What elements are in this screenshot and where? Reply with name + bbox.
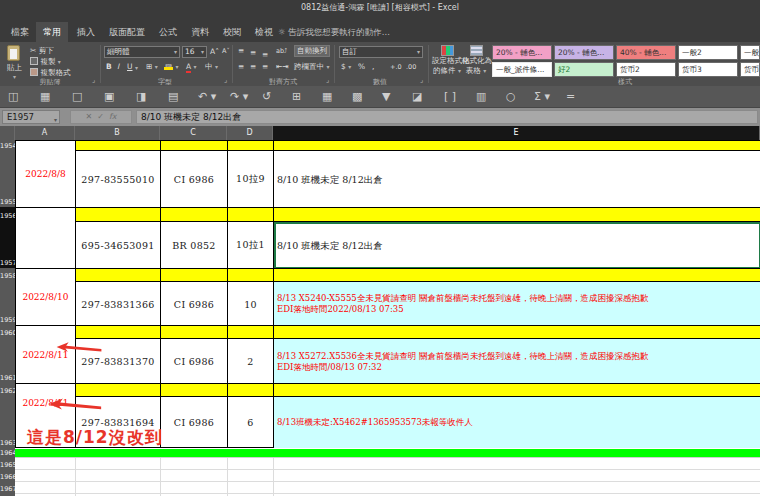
align-top-icon[interactable]: ≡ [238, 46, 244, 55]
font-dialog-launcher-icon[interactable]: ⌟ [224, 76, 227, 84]
print-preview-icon[interactable]: ◫ [8, 89, 18, 105]
selected-note-cell[interactable]: 8/10 班機未定 8/12出倉 [274, 222, 760, 269]
formula-input[interactable]: 8/10 班機未定 8/12出倉 [136, 110, 758, 124]
style-gallery-item[interactable]: 20% - 輔色... [492, 45, 552, 60]
font-color-button[interactable]: A ▾ [186, 62, 197, 71]
style-gallery-item[interactable]: 货币3 [678, 62, 738, 77]
grow-font-button[interactable]: A˄ [210, 47, 219, 56]
tab-review[interactable]: 校閱 [216, 22, 248, 42]
separator-cell[interactable] [76, 326, 161, 339]
green-highlight-row[interactable] [15, 449, 760, 458]
tab-view[interactable]: 檢視 [248, 22, 280, 42]
awb-cell[interactable]: 297-83831366 [76, 282, 161, 326]
number-format-select[interactable]: 自訂▾ [339, 46, 423, 58]
name-box[interactable]: E1957▾ [2, 110, 60, 124]
redo-icon[interactable]: ↷ ▾ [230, 89, 248, 105]
decrease-decimal-button[interactable]: .00 [406, 63, 416, 71]
filter-icon[interactable]: ▼ [382, 89, 390, 105]
separator-cell[interactable] [274, 326, 760, 339]
flight-cell[interactable]: CI 6986 [161, 151, 228, 208]
column-header-b[interactable]: B [75, 126, 160, 140]
style-gallery-item[interactable]: 一般2 [678, 45, 738, 60]
font-size-select[interactable]: 16▾ [182, 46, 207, 58]
percent-button[interactable]: % [358, 62, 365, 71]
wrap-text-toggle[interactable]: 自動換列 [294, 45, 330, 57]
equals-icon[interactable]: = [566, 89, 575, 105]
separator-cell[interactable] [76, 141, 161, 151]
brackets-icon[interactable]: [ ] [444, 89, 456, 105]
copy-page-icon[interactable]: ◪ [412, 89, 422, 105]
separator-cell[interactable] [76, 269, 161, 282]
row-header[interactable]: 1958 [0, 272, 13, 280]
note-cell[interactable]: 8/13 X5240-X5555全未見貨請查明 關倉前盤櫃尚未托盤到遠雄，待晚上… [274, 282, 760, 326]
select-all-corner[interactable] [0, 126, 15, 140]
bold-button[interactable]: B [106, 62, 112, 71]
date-cell[interactable]: 2022/8/10 [16, 269, 76, 325]
row-header[interactable]: 1959 [0, 316, 13, 324]
separator-cell[interactable] [228, 208, 274, 222]
dark-grid-icon[interactable]: ▩ [352, 89, 362, 105]
empty-row[interactable] [15, 470, 760, 482]
separator-cell[interactable] [161, 326, 228, 339]
row-header[interactable]: 1965 [0, 461, 13, 469]
qty-cell[interactable]: 10拉9 [228, 151, 274, 208]
all-borders-icon[interactable]: ▦ [322, 89, 332, 105]
separator-cell[interactable] [274, 208, 760, 222]
align-middle-icon[interactable]: ≡ [250, 48, 256, 57]
separator-cell[interactable] [161, 208, 228, 222]
undo-icon[interactable]: ↶ ▾ [198, 89, 216, 105]
shrink-font-button[interactable]: A˅ [222, 47, 230, 55]
tab-formulas[interactable]: 公式 [152, 22, 184, 42]
date-cell[interactable]: 2022/8/11 [16, 326, 76, 383]
separator-cell[interactable] [274, 269, 760, 282]
align-left-icon[interactable]: ≡ [238, 62, 244, 71]
separator-cell[interactable] [228, 326, 274, 339]
copy-button[interactable]: 複製 ▾ [30, 57, 61, 67]
style-gallery-item[interactable]: 好2 [554, 62, 614, 77]
indent-icons[interactable]: ⇤⇥ [276, 62, 289, 71]
border-grid-icon[interactable]: ⊞ [292, 89, 301, 105]
separator-cell[interactable] [274, 384, 760, 397]
flight-cell[interactable]: CI 6986 [161, 339, 228, 384]
row-header[interactable]: 1961 [0, 374, 13, 382]
separator-cell[interactable] [274, 141, 760, 151]
style-gallery-item[interactable]: 一般_ [740, 45, 760, 60]
date-cell[interactable]: 2022/8/8 [16, 141, 76, 207]
row-header[interactable]: 1957 [0, 259, 13, 267]
number-dialog-launcher-icon[interactable]: ⌟ [420, 76, 423, 84]
enter-icon[interactable]: ✓ [97, 112, 104, 121]
row-header[interactable]: 1967 [0, 485, 13, 493]
name-box-caret-icon[interactable]: ▾ [54, 114, 57, 126]
tab-home[interactable]: 常用 [36, 22, 68, 42]
currency-button[interactable]: $ ▾ [341, 62, 351, 71]
row-header[interactable]: 1955 [0, 198, 13, 206]
note-cell[interactable]: 8/13 X5272.X5536全未見貨請查明 關倉前盤櫃尚未托盤到遠雄，待晚上… [274, 339, 760, 384]
separator-cell[interactable] [228, 141, 274, 151]
open-icon[interactable]: ▤ [168, 89, 178, 105]
flight-cell[interactable]: BR 0852 [161, 222, 228, 269]
empty-row[interactable] [15, 458, 760, 470]
note-cell[interactable]: 8/10 班機未定 8/12出倉 [274, 151, 760, 208]
italic-button[interactable]: I [117, 62, 119, 71]
tab-page-layout[interactable]: 版面配置 [102, 22, 152, 42]
increase-decimal-button[interactable]: +.0 [390, 63, 402, 71]
style-gallery-item[interactable]: 40% - 輔色... [616, 45, 676, 60]
underline-caret-icon[interactable]: ▾ [135, 64, 138, 71]
align-center-icon[interactable]: ≡ [250, 62, 256, 71]
row-header[interactable]: 1962 [0, 387, 13, 395]
phonetic-button[interactable]: 中 ▾ [205, 62, 218, 72]
align-bottom-icon[interactable]: ≡ [262, 50, 268, 59]
separator-cell[interactable] [161, 384, 228, 397]
paste-button[interactable]: 貼上 ▾ [7, 45, 22, 80]
separator-cell[interactable] [161, 141, 228, 151]
flight-cell[interactable]: CI 6986 [161, 282, 228, 326]
separator-cell[interactable] [228, 269, 274, 282]
underline-button[interactable]: U [127, 62, 133, 71]
refresh-icon[interactable]: ↺ [262, 89, 271, 105]
style-gallery-item-selected[interactable]: 一般_派件條... [492, 62, 552, 77]
alignment-dialog-launcher-icon[interactable]: ⌟ [326, 76, 329, 84]
tab-insert[interactable]: 插入 [70, 22, 102, 42]
date-cell[interactable] [16, 208, 76, 268]
awb-cell[interactable]: 297-83555010 [76, 151, 161, 208]
separator-cell[interactable] [76, 208, 161, 222]
